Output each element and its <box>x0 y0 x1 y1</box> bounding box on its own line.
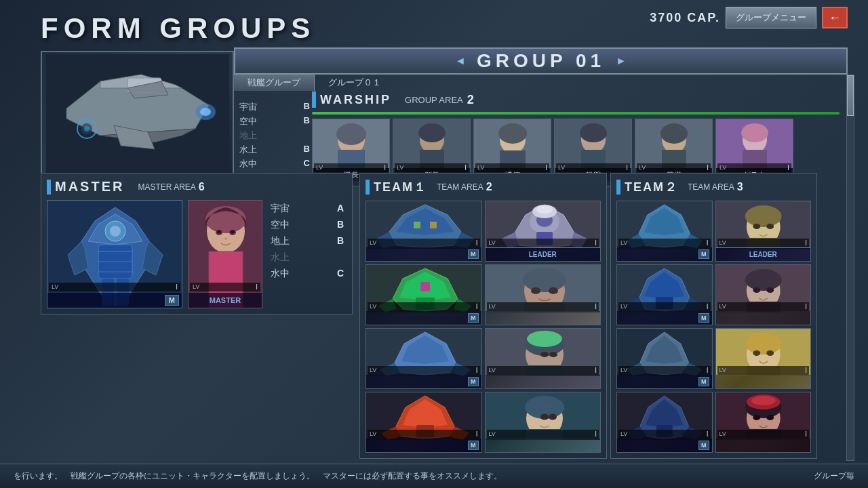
t2s2-roman: I <box>805 239 807 247</box>
master-area-label: MASTER AREA <box>138 182 195 192</box>
stat-label-ground: 地上 <box>239 129 257 142</box>
warship-area-num: 2 <box>467 93 474 107</box>
svg-point-104 <box>549 352 557 357</box>
t2s5-lv: LV <box>620 367 627 374</box>
team1-header: TEAM１ TEAM AREA 2 <box>366 179 601 195</box>
tab-warship[interactable]: 戦艦グループ <box>234 75 314 91</box>
team2-slot-1[interactable]: LV I M <box>616 201 713 262</box>
stat-row-water-surface: 水上 B <box>239 144 310 156</box>
svg-point-127 <box>745 205 781 227</box>
warship-svg <box>46 54 229 173</box>
t1s5-m: M <box>468 377 479 386</box>
scrollbar[interactable] <box>846 75 854 461</box>
svg-point-91 <box>549 287 558 294</box>
team1-slot-3[interactable]: LV I M <box>366 264 482 325</box>
team1-slot-8[interactable]: LV I <box>485 392 601 453</box>
svg-point-6 <box>200 108 211 116</box>
team2-slot-2[interactable]: LV I LEADER <box>715 201 812 262</box>
svg-point-77 <box>536 205 553 214</box>
team2-slot-3[interactable]: LV I M <box>616 264 713 325</box>
face-svg-1 <box>313 119 389 168</box>
face-svg-5 <box>635 119 712 168</box>
master-section-marker <box>47 180 51 195</box>
svg-rect-68 <box>430 222 437 228</box>
back-button[interactable]: ← <box>822 7 848 28</box>
svg-point-58 <box>231 230 235 234</box>
team2-slot-6[interactable]: LV I <box>715 328 812 389</box>
stat-val-air: B <box>304 115 310 127</box>
stat-val-water-surface: B <box>304 144 310 156</box>
team1-slot-1[interactable]: LV I M <box>366 201 482 262</box>
svg-point-130 <box>766 224 774 229</box>
stat-val-space: B <box>304 101 310 113</box>
tab-group01[interactable]: グループ０１ <box>315 75 395 91</box>
t1s7-roman: I <box>476 430 478 438</box>
team1-slot-5[interactable]: LV I M <box>366 328 482 389</box>
warship-image <box>42 52 233 175</box>
team1-area-label: TEAM AREA <box>437 182 484 192</box>
t2s5-m: M <box>698 377 709 386</box>
warship-slot-2-face <box>393 119 470 168</box>
team1-section: TEAM１ TEAM AREA 2 LV I M <box>359 173 607 459</box>
stat-val-underwater: C <box>304 158 310 170</box>
svg-point-32 <box>660 123 688 144</box>
master-mech-slot[interactable]: LV I M <box>47 200 182 308</box>
team2-slot-5[interactable]: LV I M <box>616 328 713 389</box>
master-char-slot[interactable]: LV I MASTER <box>188 200 262 308</box>
team2-title: TEAM２ <box>625 179 678 195</box>
svg-point-117 <box>549 414 557 420</box>
svg-point-116 <box>540 414 549 420</box>
master-area-num: 6 <box>199 181 205 193</box>
group-selector-inner: ◄ GROUP 01 ► <box>234 47 848 75</box>
stat-row-air: 空中 B <box>239 115 310 127</box>
svg-rect-85 <box>420 282 430 291</box>
t1s4-lv: LV <box>489 303 496 310</box>
master-stat-label-space: 宇宙 <box>271 203 290 215</box>
t2s2-leader: LEADER <box>749 251 777 258</box>
group-prev-button[interactable]: ◄ <box>451 54 470 68</box>
master-section: MASTER MASTER AREA 6 <box>41 173 353 314</box>
group-next-button[interactable]: ► <box>612 54 631 68</box>
master-stat-val-ground: B <box>337 235 344 247</box>
svg-point-43 <box>110 226 121 237</box>
stat-label-space: 宇宙 <box>239 101 257 113</box>
t1s4-roman: I <box>595 303 597 310</box>
t2s1-m: M <box>698 249 709 259</box>
team2-area-num: 3 <box>737 181 743 193</box>
t1s2-roman: I <box>595 239 597 247</box>
master-char-roman: I <box>256 283 258 291</box>
team2-slot-7[interactable]: LV I M <box>616 392 713 453</box>
master-stat-label-water-surface: 水上 <box>271 251 290 264</box>
team2-slot-4[interactable]: LV I <box>715 264 812 325</box>
ws-slot6-lv: LV <box>719 164 726 171</box>
group-menu-button[interactable]: グループメニュー <box>726 7 816 28</box>
t1s5-roman: I <box>476 367 478 374</box>
t2s3-lv: LV <box>620 303 627 310</box>
t2s8-lv: LV <box>719 430 726 438</box>
ws-slot3-roman: I <box>545 164 547 171</box>
team1-marker <box>366 180 370 195</box>
t2s3-m: M <box>698 313 709 323</box>
ws-slot3-lv: LV <box>477 164 484 171</box>
stat-row-ground: 地上 <box>239 129 310 142</box>
team1-slot-2[interactable]: LV I LEADER <box>485 201 601 262</box>
page-title: FORM GROUPS <box>41 12 315 45</box>
t2s8-roman: I <box>805 430 807 438</box>
scrollbar-thumb[interactable] <box>847 75 854 116</box>
team1-slot-4[interactable]: LV I <box>485 264 601 325</box>
ws-slot4-roman: I <box>626 164 628 171</box>
svg-point-154 <box>753 350 760 356</box>
master-stat-space: 宇宙 A <box>271 203 344 215</box>
master-stats: 宇宙 A 空中 B 地上 B 水上 水中 C <box>268 200 347 308</box>
group-title: GROUP 01 <box>477 50 605 72</box>
team2-slot-8[interactable]: LV I <box>715 392 812 453</box>
team1-slot-6[interactable]: LV I <box>485 328 601 389</box>
warship-slot-4-face <box>555 119 631 168</box>
svg-point-88 <box>523 268 566 292</box>
ws-slot2-lv: LV <box>397 164 403 171</box>
team1-slot-7[interactable]: LV I M <box>366 392 482 453</box>
t1s3-lv: LV <box>370 303 376 310</box>
master-stat-val-air: B <box>337 219 344 231</box>
svg-point-16 <box>336 123 366 145</box>
t1s3-m: M <box>468 313 479 323</box>
